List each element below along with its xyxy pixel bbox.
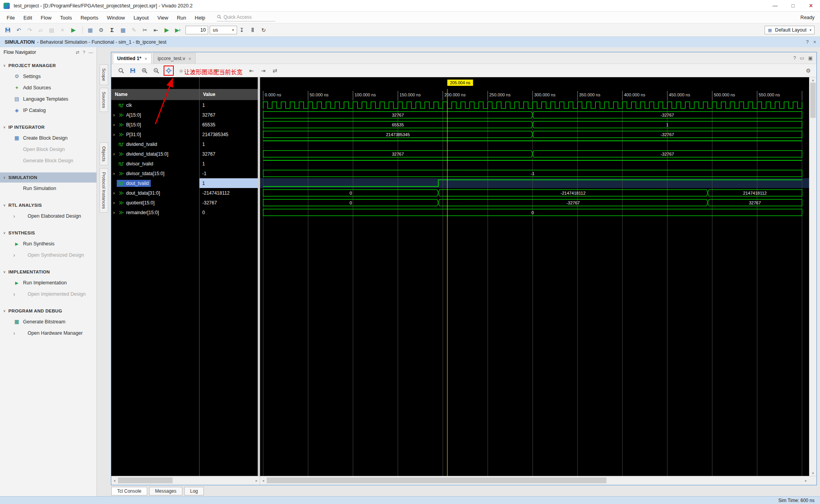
nav-section-synthesis[interactable]: ∨SYNTHESIS	[0, 228, 96, 238]
nav-item-add-sources[interactable]: +Add Sources	[0, 82, 96, 93]
scrollbar-thumb[interactable]	[267, 477, 606, 483]
nav-item-run-synthesis[interactable]: ▶Run Synthesis	[0, 238, 96, 249]
side-tab-sources[interactable]: Sources	[100, 88, 108, 112]
name-panel-scrollbar[interactable]: ◂ ▸	[111, 476, 260, 485]
zoom-in-icon[interactable]	[140, 66, 149, 75]
signal-row-divisor-tdata-15-0[interactable]: ›divisor_tdata[15:0]	[111, 169, 199, 178]
tab-ipcore-test-v[interactable]: ipcore_test.v×	[153, 53, 195, 64]
menu-window[interactable]: Window	[103, 15, 129, 21]
help-icon[interactable]: ?	[793, 55, 796, 61]
swap-icon[interactable]: ⇄	[76, 50, 79, 55]
value-column-header[interactable]: Value	[200, 89, 258, 100]
close-icon[interactable]: ×	[144, 56, 148, 62]
bottom-tab-messages[interactable]: Messages	[149, 487, 182, 495]
redo-icon[interactable]: ↷	[25, 25, 34, 35]
scroll-left-icon[interactable]: ◂	[111, 476, 118, 485]
vertical-scrollbar-thumb[interactable]	[810, 83, 816, 118]
menu-help[interactable]: Help	[191, 15, 210, 21]
expand-icon[interactable]: ›	[111, 170, 117, 176]
signal-row-clk[interactable]: clk	[111, 100, 199, 110]
zoom-fit-icon[interactable]	[164, 66, 173, 75]
layout-grid-icon[interactable]: ▦	[86, 25, 95, 35]
side-tab-objects[interactable]: Objects	[100, 142, 108, 165]
sum-icon[interactable]: Σ	[107, 25, 117, 35]
undo-icon[interactable]: ↶	[14, 25, 23, 35]
vertical-scrollbar[interactable]: ▴ ▾	[809, 77, 816, 476]
signal-value-divisor-tvalid[interactable]: 1	[200, 159, 258, 169]
edit-icon[interactable]: ✎	[129, 25, 139, 35]
nav-item-open-block-design[interactable]: Open Block Design	[0, 144, 96, 155]
close-icon[interactable]: ×	[813, 39, 816, 45]
expand-icon[interactable]: ›	[111, 200, 117, 206]
signal-value-dout-tvalid[interactable]: 1	[200, 178, 258, 188]
close-icon[interactable]: ×	[188, 56, 191, 62]
minimize-button[interactable]: —	[766, 0, 784, 11]
copy-icon[interactable]: ▱	[36, 25, 45, 35]
swap-h-icon[interactable]: ⇄	[271, 66, 279, 75]
menu-tools[interactable]: Tools	[56, 15, 76, 21]
paste-icon[interactable]: ▤	[47, 25, 56, 35]
menu-file[interactable]: File	[2, 15, 19, 21]
run-flow-icon[interactable]: ▶	[69, 25, 78, 35]
quick-access-search[interactable]: Quick Access	[217, 13, 275, 21]
run-time-input[interactable]	[185, 26, 208, 34]
nav-item-generate-bitstream[interactable]: ▦Generate Bitstream	[0, 316, 96, 327]
scroll-down-icon[interactable]: ▾	[809, 471, 816, 475]
time-unit-select[interactable]: us ▾	[210, 26, 237, 34]
signal-value-divisor-tdata-15-0[interactable]: -1	[200, 169, 258, 178]
side-tab-protocol-instances[interactable]: Protocol Instances	[100, 168, 108, 213]
nav-section-project-manager[interactable]: ∨PROJECT MANAGER	[0, 60, 96, 71]
maximize-button[interactable]: □	[784, 0, 802, 11]
signal-row-quotient-15-0[interactable]: ›quotient[15:0]	[111, 198, 199, 208]
expand-icon[interactable]: ›	[111, 209, 117, 215]
tab-untitled-1[interactable]: Untitled 1*×	[113, 53, 152, 64]
nav-item-open-elaborated-design[interactable]: ›Open Elaborated Design	[0, 210, 96, 222]
signal-value-b-15-0[interactable]: 65535	[200, 120, 258, 130]
help-icon[interactable]: ?	[83, 50, 85, 55]
waveform-scrollbar[interactable]: ◂ ▸	[260, 476, 809, 485]
scroll-left-icon[interactable]: ◂	[260, 476, 266, 485]
nav-section-ip-integrator[interactable]: ∨IP INTEGRATOR	[0, 122, 96, 132]
minimize-icon[interactable]: —	[89, 50, 93, 55]
wave-settings-gear-icon[interactable]: ⚙	[804, 66, 813, 75]
bottom-tab-log[interactable]: Log	[184, 487, 204, 495]
signal-value-dividend-tvalid[interactable]: 1	[200, 139, 258, 149]
nav-section-program-and-debug[interactable]: ∨PROGRAM AND DEBUG	[0, 306, 96, 316]
signal-value-clk[interactable]: 1	[200, 100, 258, 110]
run-for-time-icon[interactable]: ▶t	[173, 25, 182, 35]
signal-row-remainder-15-0[interactable]: ›remainder[15:0]	[111, 208, 199, 217]
nav-item-create-block-design[interactable]: ▦Create Block Design	[0, 132, 96, 144]
scrollbar-thumb[interactable]	[118, 477, 173, 483]
restart-sim-icon[interactable]: ⇤	[151, 25, 160, 35]
menu-run[interactable]: Run	[173, 15, 191, 21]
signal-row-a-15-0[interactable]: ›A[15:0]	[111, 110, 199, 120]
nav-item-ip-catalog[interactable]: ◈IP Catalog	[0, 105, 96, 116]
nav-item-run-simulation[interactable]: Run Simulation	[0, 183, 96, 194]
save-icon[interactable]	[3, 25, 12, 35]
expand-icon[interactable]: ›	[111, 112, 117, 118]
scroll-up-icon[interactable]: ▴	[809, 78, 816, 82]
run-all-icon[interactable]: ▶	[162, 25, 171, 35]
relaunch-icon[interactable]: ↻	[259, 25, 268, 35]
save-wave-icon[interactable]	[128, 66, 137, 75]
nav-item-open-implemented-design[interactable]: ›Open Implemented Design	[0, 288, 96, 300]
layout-select[interactable]: ▦ Default Layout ▾	[765, 26, 815, 34]
probes-icon[interactable]: ✂	[140, 25, 150, 35]
signal-row-dout-tvalid[interactable]: dout_tvalid	[111, 178, 199, 188]
help-icon[interactable]: ?	[806, 39, 809, 45]
delete-icon[interactable]: ×	[58, 25, 67, 35]
next-marker-icon[interactable]: ⇥	[259, 66, 267, 75]
signal-row-dividend-tvalid[interactable]: dividend_tvalid	[111, 139, 199, 149]
signal-row-p-31-0[interactable]: ›P[31:0]	[111, 130, 199, 139]
nav-item-open-synthesized-design[interactable]: ›Open Synthesized Design	[0, 249, 96, 261]
search-icon[interactable]	[117, 66, 125, 75]
close-button[interactable]: ×	[802, 0, 820, 11]
nav-item-settings[interactable]: ⚙Settings	[0, 71, 96, 82]
step-icon[interactable]: ↧	[237, 25, 246, 35]
signal-row-b-15-0[interactable]: ›B[15:0]	[111, 120, 199, 130]
gear-icon[interactable]: ⚙	[96, 25, 106, 35]
nav-section-implementation[interactable]: ∨IMPLEMENTATION	[0, 267, 96, 277]
signal-value-remainder-15-0[interactable]: 0	[200, 208, 258, 217]
menu-flow[interactable]: Flow	[36, 15, 55, 21]
zoom-out-icon[interactable]	[152, 66, 160, 75]
